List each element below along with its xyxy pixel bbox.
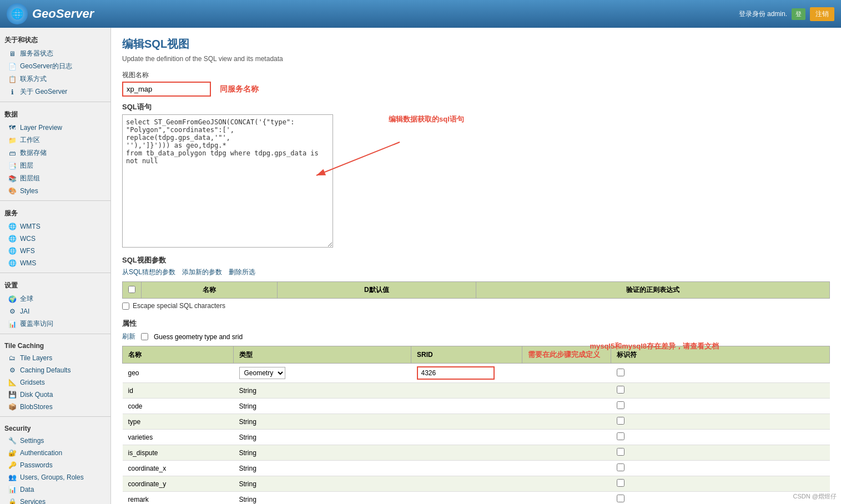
attr-name-cell: remark — [123, 492, 234, 505]
sidebar-item-label: Caching Defaults — [20, 366, 70, 374]
logout-button[interactable]: 注销 — [810, 7, 834, 21]
sidebar-item-geoserver[interactable]: 📄GeoServer的日志 — [0, 60, 110, 73]
sidebar-item-[interactable]: 📊覆盖率访问 — [0, 317, 110, 330]
escape-checkbox[interactable] — [122, 303, 129, 310]
sidebar-divider — [0, 334, 110, 334]
add-param-link[interactable]: 添加新的参数 — [182, 268, 222, 277]
params-col-check — [123, 282, 142, 299]
sidebar-item-styles[interactable]: 🎨Styles — [0, 185, 110, 197]
identifier-checkbox[interactable] — [617, 369, 625, 376]
topbar: 🌐 GeoServer 登录身份 admin. 登 注销 — [0, 0, 841, 28]
sidebar-item-wmts[interactable]: 🌐WMTS — [0, 220, 110, 233]
attr-name-cell: is_dispute — [123, 445, 234, 461]
sidebar-item-data[interactable]: 📊Data — [0, 483, 110, 496]
sidebar-item-icon: 🗂 — [8, 354, 17, 362]
identifier-checkbox[interactable] — [617, 479, 625, 487]
sidebar-item-label: 图层 — [20, 161, 33, 170]
watermark: CSDN @熠煜仔 — [793, 492, 837, 501]
sidebar-item-[interactable]: 📋联系方式 — [0, 73, 110, 85]
sidebar-item-[interactable]: 🖥服务器状态 — [0, 47, 110, 60]
params-links: 从SQL猜想的参数 添加新的参数 删除所选 — [122, 268, 830, 277]
sidebar-item-icon: 📑 — [8, 162, 17, 170]
identifier-checkbox[interactable] — [617, 386, 625, 394]
identifier-checkbox[interactable] — [617, 401, 625, 409]
table-row: coordinate_yString — [123, 476, 830, 492]
sidebar-item-label: Data — [20, 486, 34, 493]
identifier-checkbox[interactable] — [617, 417, 625, 425]
sidebar-section-title: 服务 — [0, 204, 110, 220]
escape-row: Escape special SQL characters — [122, 302, 830, 310]
sidebar-item-services[interactable]: 🔒Services — [0, 496, 110, 504]
guess-geometry-checkbox[interactable] — [141, 333, 148, 340]
params-table: 名称 D默认值 验证的正则表达式 — [122, 281, 830, 299]
sidebar-item-tile-layers[interactable]: 🗂Tile Layers — [0, 352, 110, 364]
sidebar-item-wms[interactable]: 🌐WMS — [0, 257, 110, 269]
sidebar-item-jai[interactable]: ⚙JAI — [0, 305, 110, 317]
delete-selected-link[interactable]: 删除所选 — [229, 268, 255, 277]
sidebar-item-icon: 📁 — [8, 136, 17, 145]
login-icon: 登 — [792, 8, 805, 20]
sidebar-item-icon: 🌐 — [8, 246, 17, 255]
sidebar-section-title: Security — [0, 420, 110, 435]
params-check-all[interactable] — [128, 286, 135, 293]
sidebar-item-wcs[interactable]: 🌐WCS — [0, 233, 110, 245]
sidebar-item-icon: 📊 — [8, 320, 17, 329]
sidebar-item-caching-defaults[interactable]: ⚙Caching Defaults — [0, 364, 110, 376]
sidebar-item-wfs[interactable]: 🌐WFS — [0, 245, 110, 257]
sidebar-item-label: GeoServer的日志 — [20, 62, 72, 71]
attr-identifier-cell — [611, 364, 830, 383]
sidebar-item-label: Styles — [20, 187, 38, 195]
attr-type-cell: String — [234, 445, 411, 461]
sidebar-item-users-groups-roles[interactable]: 👥Users, Groups, Roles — [0, 471, 110, 483]
sidebar-item-icon: 📋 — [8, 75, 17, 84]
view-name-row: 同服务名称 — [122, 82, 830, 97]
srid-input[interactable] — [417, 366, 495, 380]
sidebar-item-blobstores[interactable]: 📦BlobStores — [0, 401, 110, 413]
sidebar-item-label: Tile Layers — [20, 354, 52, 362]
sidebar-item-icon: 📦 — [8, 402, 17, 411]
identifier-checkbox[interactable] — [617, 432, 625, 440]
sidebar-item-gridsets[interactable]: 📐Gridsets — [0, 376, 110, 389]
sidebar-item-disk-quota[interactable]: 💾Disk Quota — [0, 389, 110, 401]
sidebar-item-[interactable]: 📑图层 — [0, 159, 110, 172]
identifier-checkbox[interactable] — [617, 463, 625, 471]
params-col-default: D默认值 — [278, 282, 476, 299]
sidebar-item-label: BlobStores — [20, 403, 53, 411]
attr-srid-cell — [411, 445, 522, 461]
table-row: idString — [123, 383, 830, 399]
guess-params-link[interactable]: 从SQL猜想的参数 — [122, 268, 175, 277]
sidebar-item-[interactable]: 📁工作区 — [0, 134, 110, 147]
sidebar-item-settings[interactable]: 🔧Settings — [0, 435, 110, 447]
identifier-checkbox[interactable] — [617, 448, 625, 456]
sql-textarea[interactable]: select ST_GeomFromGeoJSON(CONCAT('{"type… — [122, 114, 333, 248]
refresh-link[interactable]: 刷新 — [122, 332, 135, 341]
sidebar-item-[interactable]: 🌍全球 — [0, 293, 110, 305]
attr-type-cell: String — [234, 430, 411, 445]
attr-identifier-cell — [611, 476, 830, 492]
sidebar-item-authentication[interactable]: 🔐Authentication — [0, 447, 110, 459]
view-name-input[interactable] — [122, 82, 211, 97]
same-service-label: 同服务名称 — [220, 84, 259, 94]
sidebar-item-label: 数据存储 — [20, 148, 47, 158]
attr-name-cell: coordinate_x — [123, 461, 234, 476]
sidebar-item-[interactable]: 📚图层组 — [0, 172, 110, 185]
attr-col-type: 类型 — [234, 346, 411, 364]
sidebar-item-icon: ⚙ — [8, 307, 17, 316]
sidebar-item-label: JAI — [20, 308, 29, 315]
sidebar-item-icon: 🌐 — [8, 222, 17, 231]
sidebar-section-title: 关于和状态 — [0, 31, 110, 47]
identifier-checkbox[interactable] — [617, 495, 625, 502]
sidebar-item-passwords[interactable]: 🔑Passwords — [0, 459, 110, 471]
sidebar-item-layer-preview[interactable]: 🗺Layer Preview — [0, 122, 110, 134]
sidebar-item--geoserver[interactable]: ℹ关于 GeoServer — [0, 85, 110, 98]
sidebar-item-icon: 🖥 — [8, 49, 17, 58]
attr-type-select[interactable]: Geometry — [239, 367, 285, 379]
sidebar-item-[interactable]: 🗃数据存储 — [0, 147, 110, 159]
attr-type-cell: String — [234, 399, 411, 414]
sidebar-item-icon: 🔒 — [8, 497, 17, 504]
attr-col-srid: SRID — [411, 346, 522, 364]
table-row: geoGeometry — [123, 364, 830, 383]
attr-name-cell: geo — [123, 364, 234, 383]
attr-type-cell: String — [234, 476, 411, 492]
attr-srid-cell — [411, 414, 522, 430]
